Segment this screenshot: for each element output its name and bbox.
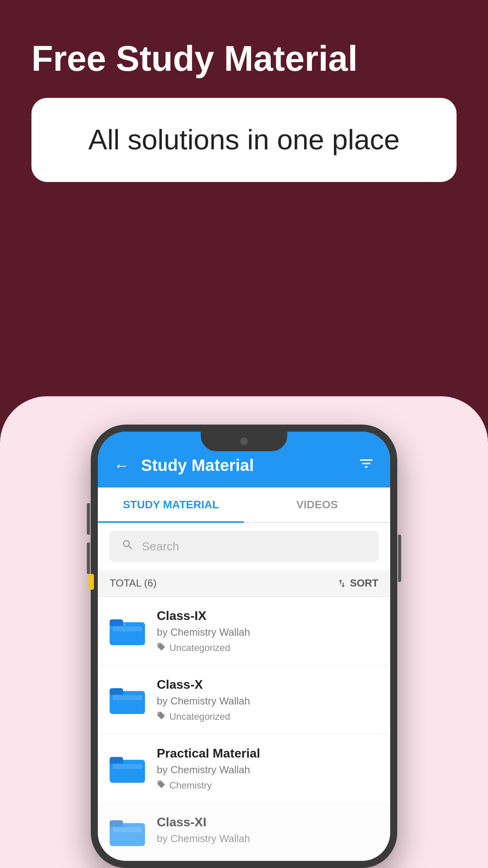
svg-rect-10: [110, 757, 123, 764]
svg-rect-12: [112, 764, 142, 769]
item-info-2: Practical Material by Chemistry Wallah C…: [157, 746, 378, 791]
folder-icon-0: [110, 614, 145, 647]
tag-icon-0: [157, 642, 165, 653]
tag-icon-2: [157, 780, 165, 791]
item-author-0: by Chemistry Wallah: [157, 626, 378, 638]
total-bar: TOTAL (6) SORT: [98, 570, 390, 597]
headline-text: Free Study Material: [31, 39, 358, 78]
tab-videos[interactable]: VIDEOS: [244, 487, 390, 522]
tag-icon-1: [157, 711, 165, 722]
search-icon: [121, 539, 134, 554]
phone-notch: [201, 432, 287, 451]
phone-mockup: ← Study Material STUDY MATERIAL VIDEOS: [91, 425, 397, 868]
item-title-1: Class-X: [157, 677, 378, 692]
headline: Free Study Material: [0, 0, 488, 98]
total-count: TOTAL (6): [110, 577, 156, 589]
search-bar[interactable]: Search: [110, 531, 378, 562]
phone-camera: [240, 438, 248, 445]
phone-volume-up: [87, 503, 90, 535]
item-title-2: Practical Material: [157, 746, 378, 761]
item-info-0: Class-IX by Chemistry Wallah Uncategoriz…: [157, 609, 378, 653]
item-title-3: Class-XI: [157, 815, 378, 829]
svg-rect-6: [110, 688, 123, 695]
folder-icon-1: [110, 683, 145, 716]
item-author-2: by Chemistry Wallah: [157, 764, 378, 776]
tagline-text: All solutions in one place: [47, 121, 441, 158]
item-author-1: by Chemistry Wallah: [157, 695, 378, 707]
tagline-card: All solutions in one place: [31, 98, 457, 182]
list-item[interactable]: Class-IX by Chemistry Wallah Uncategoriz…: [98, 597, 390, 666]
item-info-1: Class-X by Chemistry Wallah Uncategorize…: [157, 677, 378, 722]
svg-rect-8: [112, 695, 142, 701]
app-tabs: STUDY MATERIAL VIDEOS: [98, 487, 390, 523]
item-title-0: Class-IX: [157, 609, 378, 623]
svg-rect-4: [112, 627, 142, 632]
sort-button[interactable]: SORT: [337, 577, 378, 589]
list-item[interactable]: Class-XI by Chemistry Wallah: [98, 803, 390, 861]
item-tag-1: Uncategorized: [157, 711, 378, 722]
folder-icon-3: [110, 815, 145, 848]
item-tag-2: Chemistry: [157, 780, 378, 791]
filter-icon[interactable]: [358, 455, 374, 476]
item-info-3: Class-XI by Chemistry Wallah: [157, 815, 378, 849]
phone-power-button: [398, 535, 401, 582]
list-item[interactable]: Practical Material by Chemistry Wallah C…: [98, 734, 390, 803]
search-bar-wrap: Search: [98, 523, 390, 570]
item-author-3: by Chemistry Wallah: [157, 833, 378, 845]
phone-volume-down: [87, 542, 90, 574]
items-list: Class-IX by Chemistry Wallah Uncategoriz…: [98, 597, 390, 861]
phone-screen: ← Study Material STUDY MATERIAL VIDEOS: [98, 432, 390, 861]
svg-rect-14: [110, 820, 123, 828]
app-title: Study Material: [141, 456, 346, 475]
svg-rect-16: [112, 828, 142, 833]
tab-study-material[interactable]: STUDY MATERIAL: [98, 487, 244, 522]
back-button[interactable]: ←: [114, 457, 129, 474]
search-placeholder: Search: [142, 540, 179, 553]
folder-icon-2: [110, 752, 145, 785]
item-tag-0: Uncategorized: [157, 642, 378, 653]
list-item[interactable]: Class-X by Chemistry Wallah Uncategorize…: [98, 666, 390, 734]
phone-yellow-accent: [88, 574, 94, 590]
svg-rect-2: [110, 620, 123, 627]
phone-outer: ← Study Material STUDY MATERIAL VIDEOS: [91, 425, 397, 868]
